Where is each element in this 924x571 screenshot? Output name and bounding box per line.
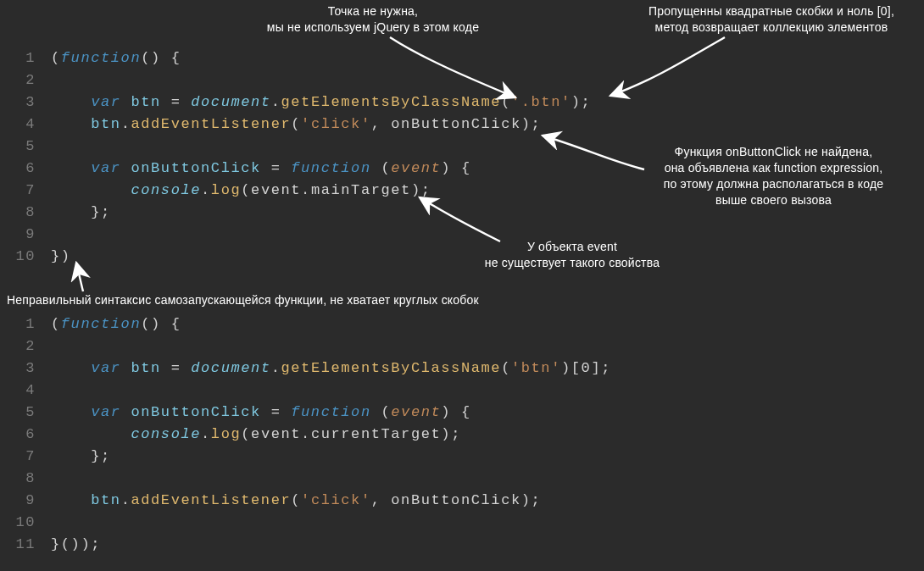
code-block-before: 1 (function() { 2 3 var btn = document.g… bbox=[0, 50, 591, 270]
code-block-after: 1 (function() { 2 3 var btn = document.g… bbox=[0, 316, 611, 558]
annotation-dot-not-needed: Точка не нужна, мы не используем jQuery … bbox=[220, 3, 526, 36]
annotation-missing-brackets: Пропущенны квадратные скобки и ноль [0],… bbox=[627, 3, 916, 36]
annotation-iife-syntax: Неправильный синтаксис самозапускающейся… bbox=[7, 292, 583, 308]
annotation-func-not-found: Функция onButtonClick не найдена, она об… bbox=[632, 144, 916, 208]
code-line: 1 (function() { bbox=[0, 50, 591, 72]
